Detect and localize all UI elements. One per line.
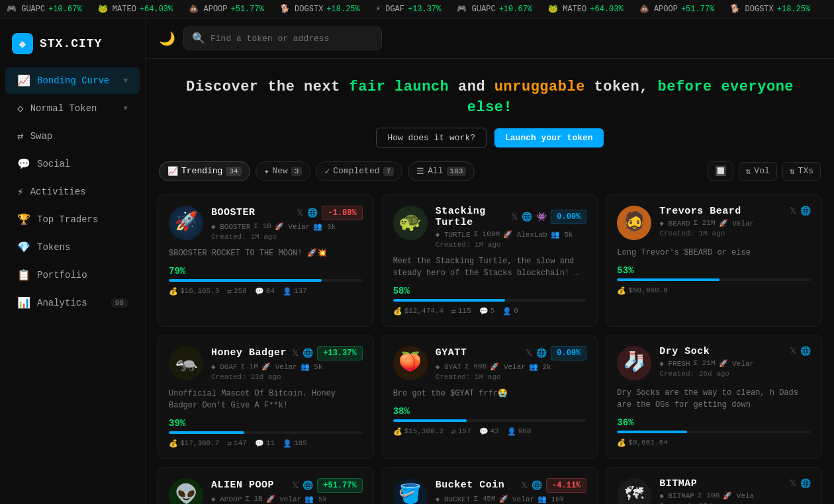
comment-icon: 💬	[479, 427, 488, 436]
transfers-stat: ⇄115	[451, 307, 471, 315]
card-header: 👽 ALIEN POOP 𝕏 🌐 +51.77% ◆ APOOP Σ 1B 🚀 …	[169, 478, 363, 504]
card-info: ALIEN POOP 𝕏 🌐 +51.77% ◆ APOOP Σ 1B 🚀 Ve…	[211, 478, 363, 504]
ticker-item: 🐕 DOGSTX +18.25%	[730, 4, 810, 14]
token-card[interactable]: 🍑 GYATT 𝕏 🌐 0.00% ◆ GYAT Σ 69B 🚀 Velar	[382, 335, 598, 459]
globe-icon[interactable]: 🌐	[522, 212, 532, 222]
twitter-icon[interactable]: 𝕏	[521, 480, 528, 491]
card-header: 🐢 Stacking Turtle 𝕏 🌐 👾 0.00% ◆ TURTLE Σ…	[393, 206, 587, 249]
search-input[interactable]	[210, 34, 373, 44]
token-card[interactable]: 🗺 BITMAP 𝕏 🌐 ◆ BITMAP Σ 10B 🚀 Vela	[606, 467, 822, 504]
twitter-icon[interactable]: 𝕏	[790, 346, 796, 357]
token-card[interactable]: 🧦 Dry Sock 𝕏 🌐 ◆ FRESH Σ 21M 🚀 Velar	[606, 335, 822, 459]
holders-stat: 👤185	[283, 439, 307, 448]
transfers-stat: ⇄157	[451, 427, 471, 436]
filter-trending[interactable]: 📈 Trending 34	[159, 161, 250, 181]
token-card[interactable]: 🪣 Bucket Coin 𝕏 🌐 -4.11% ◆ BUCKET Σ 45M …	[382, 467, 598, 504]
price-change-badge: -1.88%	[322, 206, 362, 220]
filter-all[interactable]: ☰ All 163	[408, 161, 475, 181]
dark-mode-icon[interactable]: 🌙	[159, 30, 175, 47]
token-card[interactable]: 🦡 Honey Badger 𝕏 🌐 +13.37% ◆ DGAF Σ 1M 🚀…	[158, 335, 374, 459]
progress-bar	[617, 431, 811, 433]
card-header: 🗺 BITMAP 𝕏 🌐 ◆ BITMAP Σ 10B 🚀 Vela	[617, 478, 811, 504]
sidebar-item-social[interactable]: 💬 Social	[5, 151, 140, 177]
filter-completed-label: Completed	[333, 166, 379, 176]
twitter-icon[interactable]: 𝕏	[292, 480, 299, 491]
transfer-icon: ⇄	[227, 439, 232, 448]
progress-fill	[617, 278, 719, 281]
sidebar-item-top-traders[interactable]: 🏆 Top Traders	[5, 206, 140, 233]
globe-icon[interactable]: 🌐	[800, 206, 811, 216]
card-created: Created: 1M ago	[436, 241, 587, 249]
card-meta: ◆ TURTLE Σ 100M 🚀 AlexLab 👥 5k	[436, 230, 587, 239]
globe-icon[interactable]: 🌐	[800, 346, 811, 357]
token-name: ALIEN POOP	[211, 480, 274, 491]
filter-new[interactable]: ✦ New 3	[255, 161, 311, 181]
holders-icon: 👤	[502, 307, 512, 315]
globe-icon[interactable]: 🌐	[536, 348, 547, 358]
ticker-item: ⚡ DGAF +13.37%	[376, 4, 441, 14]
sidebar-item-label: Analytics	[37, 298, 87, 308]
sort-txs[interactable]: ⇅ TXs	[782, 162, 821, 181]
progress-bar	[393, 419, 587, 422]
token-card[interactable]: 👽 ALIEN POOP 𝕏 🌐 +51.77% ◆ APOOP Σ 1B 🚀 …	[158, 467, 374, 504]
completed-count: 7	[383, 167, 394, 176]
token-avatar: 🧦	[617, 346, 651, 380]
card-description: Bro got the $GYAT frfr😭	[393, 388, 587, 399]
token-card[interactable]: 🐢 Stacking Turtle 𝕏 🌐 👾 0.00% ◆ TURTLE Σ…	[382, 194, 598, 327]
search-icon: 🔍	[192, 32, 205, 45]
token-avatar: 🐢	[393, 206, 428, 240]
supply-meta: Σ 21M	[694, 359, 716, 367]
card-meta: ◆ BUCKET Σ 45M 🚀 Velar 👥 10k	[436, 495, 587, 503]
progress-bar	[393, 299, 587, 302]
filter-icon-button[interactable]: 🔲	[708, 161, 733, 181]
sidebar-item-activities[interactable]: ⚡ Activities	[5, 179, 140, 205]
twitter-icon[interactable]: 𝕏	[297, 208, 303, 218]
discord-icon[interactable]: 👾	[536, 212, 547, 222]
twitter-icon[interactable]: 𝕏	[790, 206, 796, 216]
trending-icon: 📈	[167, 166, 178, 177]
twitter-icon[interactable]: 𝕏	[526, 348, 532, 358]
ticker-item: 🎮 GUAPC +10.67%	[7, 4, 82, 14]
transfer-icon: ⇄	[451, 307, 456, 315]
search-bar[interactable]: 🔍	[183, 26, 382, 50]
price-change-badge: 0.00%	[551, 346, 586, 360]
activities-icon: ⚡	[17, 185, 24, 198]
holders-meta: 👥 2k	[529, 362, 551, 371]
sidebar-item-portfolio[interactable]: 📋 Portfolio	[5, 262, 140, 288]
twitter-icon[interactable]: 𝕏	[790, 478, 796, 489]
token-avatar: 👽	[169, 478, 203, 504]
sort-vol[interactable]: ⇅ Vol	[739, 162, 777, 181]
comment-icon: 💬	[255, 287, 264, 296]
globe-icon[interactable]: 🌐	[302, 480, 313, 491]
filter-completed[interactable]: ✓ Completed 7	[316, 161, 402, 181]
sidebar-item-tokens[interactable]: 💎 Tokens	[5, 234, 140, 261]
supply-meta: Σ 69B	[465, 362, 486, 370]
card-header: 🪣 Bucket Coin 𝕏 🌐 -4.11% ◆ BUCKET Σ 45M …	[393, 478, 587, 504]
sidebar-item-swap[interactable]: ⇄ Swap	[5, 123, 140, 149]
globe-icon[interactable]: 🌐	[302, 348, 313, 358]
globe-icon[interactable]: 🌐	[307, 208, 318, 218]
sidebar-item-bonding-curve[interactable]: 📈 Bonding Curve ▼	[5, 67, 140, 94]
progress-bar	[169, 279, 363, 282]
twitter-icon[interactable]: 𝕏	[292, 348, 299, 358]
token-card[interactable]: 🧔 Trevors Beard 𝕏 🌐 ◆ BEARD Σ 21M 🚀 Vela…	[606, 194, 822, 327]
twitter-icon[interactable]: 𝕏	[511, 212, 518, 222]
normal-token-icon: ◇	[17, 102, 24, 115]
globe-icon[interactable]: 🌐	[532, 480, 542, 491]
globe-icon[interactable]: 🌐	[800, 478, 811, 489]
symbol-meta: ◆ BUCKET	[436, 495, 471, 503]
comments-stat: 💬84	[255, 287, 275, 296]
token-name: GYATT	[436, 347, 467, 358]
sidebar-item-label: Swap	[30, 131, 53, 142]
how-it-works-button[interactable]: How does it work?	[376, 128, 486, 148]
token-avatar: 🍑	[393, 346, 428, 380]
sidebar-item-normal-token[interactable]: ◇ Normal Token ▼	[5, 95, 140, 122]
token-card[interactable]: 🚀 BOOSTER 𝕏 🌐 -1.88% ◆ BOOSTER Σ 1B 🚀 Ve…	[158, 194, 374, 327]
sidebar-item-analytics[interactable]: 📊 Analytics 98	[5, 290, 140, 316]
ticker-bar: 🎮 GUAPC +10.67% 🐸 MATEO +64.03% 💩 APOOP …	[0, 0, 834, 19]
holders-meta: 👥 10k	[537, 495, 564, 503]
filter-new-label: New	[272, 166, 287, 176]
card-description: Unofficial Mascot Of Bitcoin. Honey Badg…	[169, 388, 363, 411]
launch-token-button[interactable]: Launch your token	[494, 128, 604, 147]
holders-icon: 👤	[507, 427, 516, 436]
